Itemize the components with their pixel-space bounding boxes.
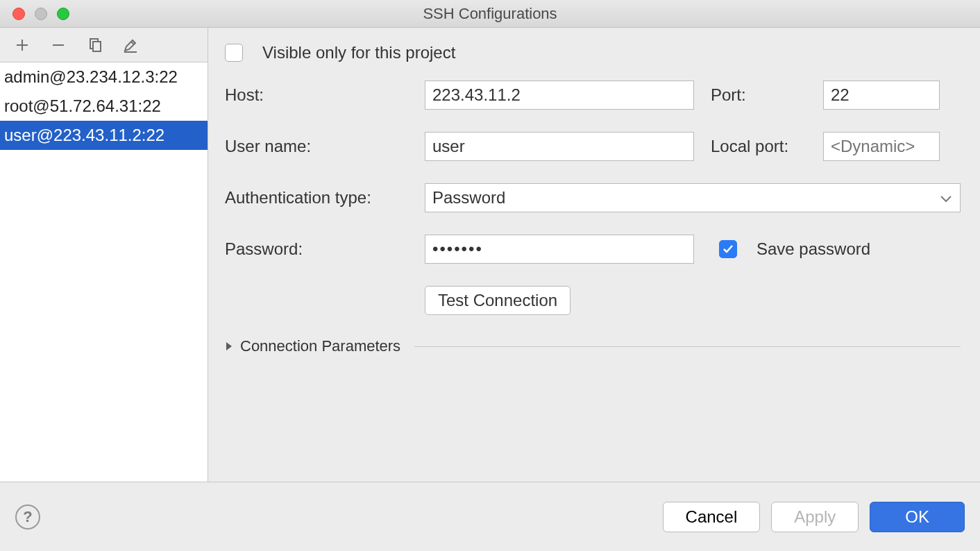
port-input[interactable] <box>823 80 940 110</box>
plus-icon <box>15 37 30 53</box>
form-panel: Visible only for this project Host: Port… <box>208 28 980 482</box>
cancel-button[interactable]: Cancel <box>663 502 761 532</box>
copy-button[interactable] <box>85 35 104 55</box>
chevron-right-icon <box>225 337 233 355</box>
traffic-lights <box>12 8 69 20</box>
window-title: SSH Configurations <box>0 5 980 23</box>
sidebar-toolbar <box>0 28 208 62</box>
local-port-input[interactable] <box>823 132 940 161</box>
local-port-label: Local port: <box>707 137 811 156</box>
visible-only-label: Visible only for this project <box>262 43 455 62</box>
password-label: Password: <box>225 239 412 259</box>
svg-rect-1 <box>93 42 101 51</box>
add-button[interactable] <box>12 35 32 55</box>
help-icon: ? <box>23 508 32 526</box>
config-list-item[interactable]: user@223.43.11.2:22 <box>0 121 208 150</box>
host-row: Host: Port: <box>225 80 961 110</box>
auth-type-value: Password <box>432 188 505 207</box>
window-maximize-button[interactable] <box>57 8 69 20</box>
divider <box>414 346 961 347</box>
test-connection-button[interactable]: Test Connection <box>425 286 571 315</box>
copy-icon <box>87 37 102 53</box>
test-connection-row: Test Connection <box>225 286 961 315</box>
save-password-label: Save password <box>757 239 870 259</box>
edit-button[interactable] <box>121 35 140 55</box>
chevron-down-icon <box>940 189 952 207</box>
save-password-checkbox[interactable] <box>719 240 737 258</box>
window-close-button[interactable] <box>12 8 25 20</box>
password-row: Password: Save password <box>225 235 961 264</box>
minus-icon <box>51 37 66 53</box>
help-button[interactable]: ? <box>15 505 40 529</box>
remove-button[interactable] <box>49 35 68 55</box>
password-input[interactable] <box>425 235 694 264</box>
port-label: Port: <box>707 85 811 105</box>
auth-type-label: Authentication type: <box>225 188 412 207</box>
apply-button[interactable]: Apply <box>771 502 859 532</box>
user-row: User name: Local port: <box>225 132 961 161</box>
username-input[interactable] <box>425 132 694 161</box>
titlebar: SSH Configurations <box>0 0 980 28</box>
auth-row: Authentication type: Password <box>225 183 961 212</box>
pencil-icon <box>123 37 138 53</box>
visible-only-checkbox[interactable] <box>225 44 243 62</box>
sidebar: admin@23.234.12.3:22 root@51.72.64.31:22… <box>0 28 208 482</box>
content: admin@23.234.12.3:22 root@51.72.64.31:22… <box>0 28 980 482</box>
config-list[interactable]: admin@23.234.12.3:22 root@51.72.64.31:22… <box>0 62 208 482</box>
user-label: User name: <box>225 137 412 156</box>
connection-parameters-label: Connection Parameters <box>240 337 400 355</box>
host-label: Host: <box>225 85 412 105</box>
config-list-item[interactable]: admin@23.234.12.3:22 <box>0 62 208 92</box>
ok-button[interactable]: OK <box>870 502 965 532</box>
footer: ? Cancel Apply OK <box>0 482 980 551</box>
auth-type-select[interactable]: Password <box>425 183 961 212</box>
window-minimize-button[interactable] <box>35 8 47 20</box>
host-input[interactable] <box>425 80 694 110</box>
connection-parameters-header[interactable]: Connection Parameters <box>225 337 961 355</box>
visible-only-row: Visible only for this project <box>225 43 961 62</box>
config-list-item[interactable]: root@51.72.64.31:22 <box>0 92 208 121</box>
